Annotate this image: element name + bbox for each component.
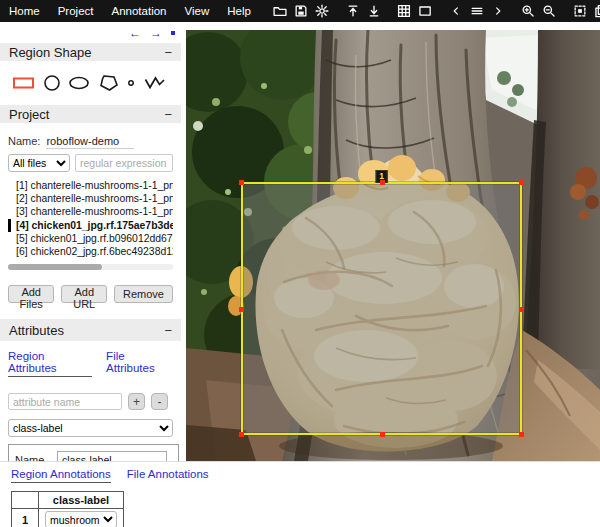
- regex-filter-input[interactable]: [75, 154, 173, 172]
- import-annotations-icon[interactable]: [345, 3, 361, 19]
- next-image-icon[interactable]: [490, 3, 506, 19]
- menu-home[interactable]: Home: [0, 5, 49, 17]
- save-project-icon[interactable]: [293, 3, 309, 19]
- image-list-icon[interactable]: [469, 3, 485, 19]
- menu-annotation[interactable]: Annotation: [102, 5, 175, 17]
- delete-attribute-button[interactable]: -: [151, 393, 168, 410]
- polygon-shape-icon[interactable]: [97, 73, 119, 93]
- file-list-item[interactable]: [6] chicken02_jpg.rf.6bec49238d12b0cf3d0…: [8, 245, 173, 258]
- file-list-hscrollbar[interactable]: [8, 264, 173, 270]
- file-list-item-selected[interactable]: [4] chicken01_jpg.rf.175ae7b3deeec6aa7: [8, 219, 173, 232]
- image-nav-row: ← →: [0, 22, 181, 43]
- region-handle-middle-right[interactable]: [519, 307, 524, 312]
- region-annotations-table: class-label 1 mushroom: [11, 491, 124, 527]
- prev-image-arrow-icon[interactable]: ←: [129, 27, 141, 39]
- attribute-name-value-input[interactable]: [57, 451, 167, 461]
- menu-bar: Home Project Annotation View Help: [0, 0, 600, 22]
- tab-region-attributes[interactable]: Region Attributes: [8, 350, 92, 377]
- attribute-fields-box: Name Desc.: [8, 444, 179, 461]
- region-handle-bottom-left[interactable]: [239, 432, 244, 437]
- region-row-index: 1: [12, 509, 39, 527]
- region-handle-top-left[interactable]: [239, 180, 244, 185]
- main-menu: Home Project Annotation View Help: [0, 5, 260, 17]
- tab-file-annotations[interactable]: File Annotations: [127, 468, 209, 483]
- files-filter-select[interactable]: All files: [8, 154, 70, 172]
- menu-project[interactable]: Project: [49, 5, 103, 17]
- region-shape-title: Region Shape: [9, 45, 91, 60]
- project-name-value[interactable]: roboflow-demo: [46, 135, 134, 149]
- attributes-header[interactable]: Attributes −: [0, 319, 181, 341]
- file-list[interactable]: [1] chanterelle-mushrooms-1-1_png.rf.2ae…: [8, 179, 173, 261]
- region-box[interactable]: 1: [241, 182, 522, 435]
- open-project-icon[interactable]: [272, 3, 288, 19]
- single-image-view-icon[interactable]: [417, 3, 433, 19]
- region-handle-bottom-right[interactable]: [519, 432, 524, 437]
- image-grid-icon[interactable]: [396, 3, 412, 19]
- settings-gear-icon[interactable]: [314, 3, 330, 19]
- polyline-shape-icon[interactable]: [143, 74, 167, 92]
- table-class-label-header: class-label: [39, 492, 124, 509]
- collapse-region-shape-icon[interactable]: −: [164, 45, 172, 60]
- attribute-select[interactable]: class-label: [8, 419, 173, 437]
- rectangle-shape-icon[interactable]: [12, 74, 36, 92]
- region-shape-header[interactable]: Region Shape −: [0, 43, 181, 61]
- tab-region-annotations[interactable]: Region Annotations: [11, 468, 111, 483]
- attribute-name-input[interactable]: [8, 393, 122, 410]
- nav-dot-icon: [171, 31, 175, 35]
- region-handle-middle-left[interactable]: [239, 307, 244, 312]
- ellipse-shape-icon[interactable]: [68, 74, 90, 92]
- attribute-name-label: Name: [15, 454, 57, 462]
- zoom-out-icon[interactable]: [541, 3, 557, 19]
- project-header[interactable]: Project −: [0, 105, 181, 123]
- hscrollbar-thumb[interactable]: [8, 264, 102, 270]
- circle-shape-icon[interactable]: [43, 74, 61, 92]
- select-all-regions-icon[interactable]: [572, 3, 588, 19]
- table-index-header: [12, 492, 39, 509]
- add-url-button[interactable]: Add URL: [61, 285, 107, 303]
- top-toolbar: [270, 3, 600, 19]
- menu-help[interactable]: Help: [218, 5, 260, 17]
- shape-toolbar: [0, 61, 181, 105]
- project-name-label: Name:: [8, 135, 40, 147]
- export-annotations-icon[interactable]: [366, 3, 382, 19]
- file-list-item[interactable]: [1] chanterelle-mushrooms-1-1_png.rf.2ae…: [8, 179, 173, 192]
- add-attribute-button[interactable]: +: [128, 393, 145, 410]
- region-handle-top-middle[interactable]: [380, 180, 385, 185]
- remove-file-button[interactable]: Remove: [114, 285, 173, 303]
- next-image-arrow-icon[interactable]: →: [150, 27, 162, 39]
- file-list-item[interactable]: [3] chanterelle-mushrooms-1-1_png.rf.df7…: [8, 205, 173, 218]
- table-row: 1 mushroom: [12, 509, 124, 527]
- add-files-button[interactable]: Add Files: [8, 285, 54, 303]
- file-list-item[interactable]: [5] chicken01_jpg.rf.b096012dd6734ed5e62: [8, 232, 173, 245]
- project-title: Project: [9, 107, 49, 122]
- menu-view[interactable]: View: [175, 5, 218, 17]
- annotation-canvas[interactable]: 1: [186, 30, 600, 461]
- collapse-project-icon[interactable]: −: [164, 107, 172, 122]
- copy-regions-icon[interactable]: [593, 3, 600, 19]
- tab-file-attributes[interactable]: File Attributes: [106, 350, 173, 377]
- point-shape-icon[interactable]: [126, 74, 136, 92]
- attributes-title: Attributes: [9, 323, 64, 338]
- annotations-panel: Region Annotations File Annotations clas…: [0, 461, 600, 527]
- region-handle-bottom-middle[interactable]: [380, 432, 385, 437]
- collapse-attributes-icon[interactable]: −: [164, 323, 172, 338]
- left-sidebar: ← → Region Shape − Project − Name: robof…: [0, 22, 181, 461]
- zoom-in-icon[interactable]: [520, 3, 536, 19]
- region-handle-top-right[interactable]: [519, 180, 524, 185]
- region-class-select[interactable]: mushroom: [45, 511, 117, 527]
- prev-image-icon[interactable]: [448, 3, 464, 19]
- file-list-item[interactable]: [2] chanterelle-mushrooms-1-1_png.rf.357…: [8, 192, 173, 205]
